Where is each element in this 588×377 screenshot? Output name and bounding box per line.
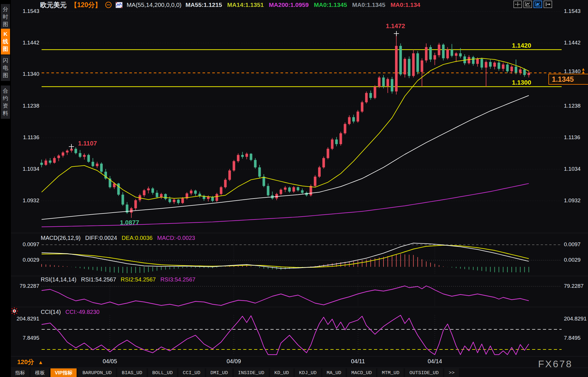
indicator-tab-7[interactable]: DMI_UD (206, 368, 232, 377)
indicator-tab-11[interactable]: MA_UD (322, 368, 346, 377)
indicator-tab-12[interactable]: MACD_UD (347, 368, 376, 377)
indicator-tab-0[interactable]: 指标 (11, 368, 29, 377)
tabs-scroll-more-button[interactable]: >> (444, 368, 459, 377)
rsi-label-row: RSI(14,14,14) RSI1:54.2567 RSI2:54.2567 … (41, 276, 196, 283)
ma-value-5: MA0:1.134 (390, 1, 420, 8)
indicator-tab-5[interactable]: BOLL_UD (148, 368, 177, 377)
price-annotation-2: 1.0877 (120, 219, 139, 226)
indicator-tab-9[interactable]: KD_UD (270, 368, 293, 377)
watermark: FX678 (538, 358, 573, 370)
sidebar-item-1[interactable]: K线图 (1, 29, 10, 55)
macd-title: MACD(26,12,9) (41, 235, 81, 241)
sidebar-item-0[interactable]: 分时图 (1, 4, 10, 30)
price-annotation-0: 1.1472 (386, 22, 405, 30)
cci-title: CCI(14) (41, 309, 61, 315)
macd-hist-value: MACD:-0.0023 (157, 235, 195, 241)
chart-header: 欧元美元【120分】 MA(55,14,200,0,0,0) MA55:1.12… (40, 1, 420, 9)
ma-value-4: MA0:1.1345 (352, 1, 385, 8)
indicator-tab-14[interactable]: OUTSIDE_UD (405, 368, 443, 377)
axis-label-right: 79.2287 (564, 283, 584, 289)
x-axis-date: 04/05 (103, 358, 117, 365)
level-label-1: 1.1300 (505, 79, 531, 86)
chart-canvas[interactable] (0, 0, 588, 377)
indicator-tab-3[interactable]: BARUPDN_UD (78, 368, 116, 377)
period-tag: 【120分】 (71, 1, 101, 9)
alert-blinker-icon (10, 307, 18, 316)
rsi-title: RSI(14,14,14) (41, 276, 77, 283)
last-price-box: 1.1345 (548, 74, 588, 85)
ma-values-row: MA55:1.1215MA14:1.1351MA200:1.0959MA0:1.… (186, 1, 420, 8)
macd-dea-value: DEA:0.0036 (122, 235, 153, 241)
indicator-tab-2[interactable]: VIP指标 (50, 368, 77, 377)
mini-chart-icon (116, 2, 122, 8)
price-annotation-1: 1.1107 (78, 140, 97, 147)
exit-pane-icon[interactable] (544, 1, 552, 8)
indicator-tab-4[interactable]: BIAS_UD (117, 368, 146, 377)
ma-value-0: MA55:1.1215 (186, 1, 222, 8)
left-sidebar: 分时图K线图闪电图合约资料 (0, 0, 11, 377)
x-axis-date: 04/11 (351, 358, 365, 365)
indicator-tab-1[interactable]: 模板 (31, 368, 49, 377)
macd-label-row: MACD(26,12,9) DIFF:0.0024 DEA:0.0036 MAC… (41, 235, 195, 241)
chart-toolbar (513, 1, 552, 8)
ma-value-3: MA0:1.1345 (314, 1, 347, 8)
period-selector[interactable]: 120分▲ (17, 358, 43, 366)
rsi2-value: RSI2:54.2567 (121, 276, 156, 283)
sidebar-item-2[interactable]: 闪电图 (1, 55, 10, 81)
ma-value-1: MA14:1.1351 (227, 1, 264, 8)
sidebar-item-3[interactable]: 合约资料 (1, 85, 10, 119)
axis-chart-icon[interactable] (523, 1, 532, 8)
period-arrow-icon: ▲ (38, 359, 43, 365)
rsi3-value: RSI3:54.2567 (160, 276, 195, 283)
ma-params-label: MA(55,14,200,0,0,0) (126, 1, 181, 8)
level-label-0: 1.1420 (505, 42, 531, 49)
axis-label-right: 7.8495 (564, 335, 581, 341)
indicator-tab-13[interactable]: MTM_UD (377, 368, 404, 377)
ma-value-2: MA200:1.0959 (269, 1, 309, 8)
axis-label-right: 1.1442 (564, 40, 581, 46)
axis-label-right: 1.1238 (564, 103, 581, 109)
axis-label-right: 204.8291 (564, 316, 587, 322)
rsi1-value: RSI1:54.2567 (81, 276, 116, 283)
symbol-title: 欧元美元 (40, 1, 67, 9)
axis-play-icon[interactable] (534, 1, 542, 8)
crosshair-move-icon[interactable] (513, 1, 522, 8)
x-axis-date: 04/14 (428, 358, 442, 365)
circle-expand-icon[interactable] (105, 2, 112, 8)
macd-diff-value: DIFF:0.0024 (85, 235, 117, 241)
cci-label-row: CCI(14) CCI:-49.8230 (41, 309, 100, 315)
x-axis-date: 04/09 (227, 358, 241, 365)
axis-label-right: 0.0097 (564, 241, 581, 248)
axis-label-right: 1.1136 (564, 134, 580, 141)
axis-label-right: 1.1543 (564, 8, 581, 14)
indicator-tab-6[interactable]: CCI_UD (178, 368, 205, 377)
trading-app-window: { "header": { "symbol": "欧元美元", "period_… (0, 0, 588, 377)
indicator-tab-8[interactable]: INSIDE_UD (234, 368, 269, 377)
axis-label-right: 1.1034 (564, 166, 581, 172)
axis-label-right: 0.0029 (564, 257, 581, 263)
indicator-tab-10[interactable]: KDJ_UD (295, 368, 321, 377)
axis-label-right: 1.0932 (564, 197, 581, 204)
cci-value: CCI:-49.8230 (65, 309, 100, 315)
price-up-arrows-icon: ▲▲ (581, 68, 585, 73)
indicator-tab-bar: 指标模板VIP指标BARUPDN_UDBIAS_UDBOLL_UDCCI_UDD… (11, 368, 588, 377)
